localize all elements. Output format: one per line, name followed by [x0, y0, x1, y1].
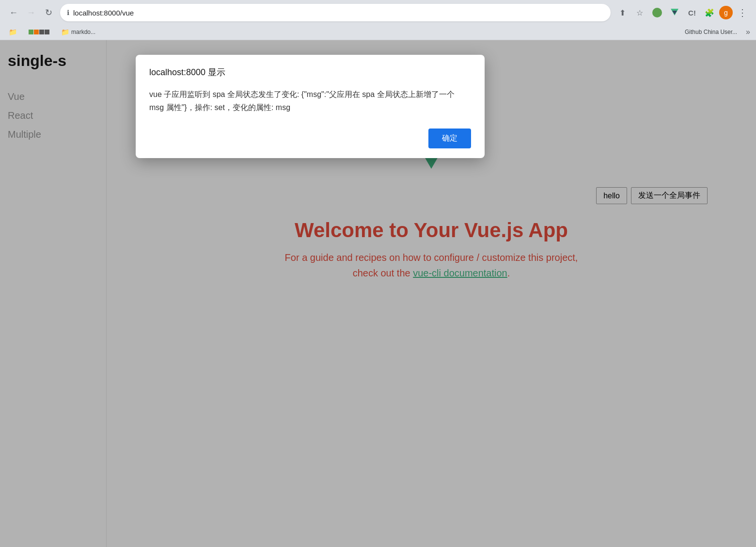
more-menu-button[interactable]: ⋮ — [735, 5, 750, 20]
bookmark-folder[interactable]: 📁 — [6, 27, 20, 37]
bookmarks-bar: 📁 📁 markdo... Github China User... » — [0, 25, 756, 40]
forward-button[interactable]: → — [23, 5, 39, 20]
bookmark-github-label: Github China User... — [685, 29, 737, 35]
alert-dialog: localhost:8000 显示 vue 子应用监听到 spa 全局状态发生了… — [136, 55, 485, 158]
bookmark-github[interactable]: Github China User... — [682, 28, 740, 36]
bookmark-button[interactable]: ☆ — [632, 5, 647, 20]
alert-actions: 确定 — [149, 129, 471, 148]
bookmark-images-icon — [29, 30, 49, 34]
browser-chrome: ← → ↻ ℹ localhost:8000/vue ⬆ ☆ — [0, 0, 756, 40]
toolbar-icons: ⬆ ☆ C! 🧩 g ⋮ — [614, 5, 750, 20]
bookmark-markdown-folder-icon: 📁 — [61, 28, 69, 36]
alert-title: localhost:8000 显示 — [149, 66, 471, 78]
browser-toolbar: ← → ↻ ℹ localhost:8000/vue ⬆ ☆ — [0, 0, 756, 25]
folder-icon: 📁 — [9, 28, 17, 36]
page-content: single-s Vue React Multiple Home | About… — [0, 40, 756, 547]
url-text: localhost:8000/vue — [73, 9, 604, 17]
bookmark-markdown-label: markdo... — [71, 29, 95, 35]
extensions-button[interactable]: 🧩 — [702, 5, 717, 20]
green-ext-icon — [652, 8, 662, 17]
bookmark-markdown[interactable]: 📁 markdo... — [58, 27, 98, 37]
back-button[interactable]: ← — [6, 5, 21, 20]
share-button[interactable]: ⬆ — [614, 5, 630, 20]
vue-extension-button[interactable] — [667, 5, 682, 20]
bookmarks-more-button[interactable]: » — [746, 28, 750, 36]
user-avatar[interactable]: g — [719, 6, 733, 19]
security-icon: ℹ — [67, 9, 69, 16]
reload-button[interactable]: ↻ — [41, 5, 56, 20]
alert-message: vue 子应用监听到 spa 全局状态发生了变化: {"msg":"父应用在 s… — [149, 88, 471, 114]
bookmark-images[interactable] — [26, 29, 52, 35]
alert-ok-button[interactable]: 确定 — [428, 129, 471, 148]
address-bar[interactable]: ℹ localhost:8000/vue — [60, 4, 611, 21]
vue-ext-icon — [670, 8, 679, 17]
extension-green-button[interactable] — [649, 5, 665, 20]
nav-buttons: ← → ↻ — [6, 5, 56, 20]
svg-marker-1 — [672, 11, 677, 15]
c-extension-button[interactable]: C! — [684, 5, 700, 20]
